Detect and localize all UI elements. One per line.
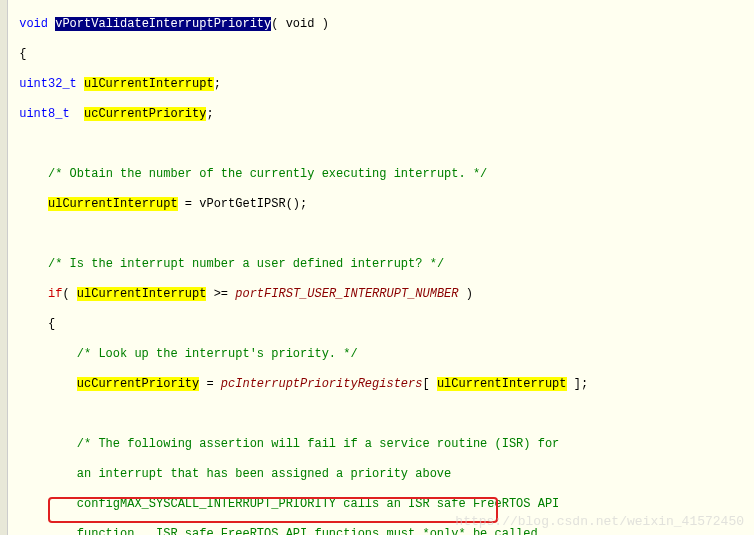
code-line	[12, 407, 750, 422]
var-ref: ulCurrentInterrupt	[77, 287, 207, 301]
comment: an interrupt that has been assigned a pr…	[77, 467, 451, 481]
line-number-gutter	[0, 0, 8, 535]
comment: /* Obtain the number of the currently ex…	[48, 167, 487, 181]
array-name: pcInterruptPriorityRegisters	[221, 377, 423, 391]
code-line: configMAX_SYSCALL_INTERRUPT_PRIORITY cal…	[12, 497, 750, 512]
var-ref: ulCurrentInterrupt	[48, 197, 178, 211]
type-uint32: uint32_t	[19, 77, 77, 91]
code-line: {	[12, 47, 750, 62]
code-line: /* Look up the interrupt's priority. */	[12, 347, 750, 362]
code-line: uint32_t ulCurrentInterrupt;	[12, 77, 750, 92]
comment: /* Look up the interrupt's priority. */	[77, 347, 358, 361]
keyword-if: if	[48, 287, 62, 301]
var-ref: ulCurrentInterrupt	[437, 377, 567, 391]
comment: /* Is the interrupt number a user define…	[48, 257, 444, 271]
var-ulCurrentInterrupt: ulCurrentInterrupt	[84, 77, 214, 91]
var-ucCurrentPriority: ucCurrentPriority	[84, 107, 206, 121]
code-line: /* The following assertion will fail if …	[12, 437, 750, 452]
params: ( void )	[271, 17, 329, 31]
code-line: void vPortValidateInterruptPriority( voi…	[12, 17, 750, 32]
code-line: ucCurrentPriority = pcInterruptPriorityR…	[12, 377, 750, 392]
comment: configMAX_SYSCALL_INTERRUPT_PRIORITY cal…	[77, 497, 559, 511]
code-line: uint8_t ucCurrentPriority;	[12, 107, 750, 122]
code-line: if( ulCurrentInterrupt >= portFIRST_USER…	[12, 287, 750, 302]
constant: portFIRST_USER_INTERRUPT_NUMBER	[235, 287, 458, 301]
var-ref: ucCurrentPriority	[77, 377, 199, 391]
code-line: /* Obtain the number of the currently ex…	[12, 167, 750, 182]
code-line: ulCurrentInterrupt = vPortGetIPSR();	[12, 197, 750, 212]
code-editor: void vPortValidateInterruptPriority( voi…	[0, 0, 754, 535]
code-line: an interrupt that has been assigned a pr…	[12, 467, 750, 482]
comment: /* The following assertion will fail if …	[77, 437, 559, 451]
code-line	[12, 137, 750, 152]
type-uint8: uint8_t	[19, 107, 69, 121]
code-line: /* Is the interrupt number a user define…	[12, 257, 750, 272]
code-line	[12, 227, 750, 242]
code-area[interactable]: void vPortValidateInterruptPriority( voi…	[8, 0, 754, 535]
function-name-selected: vPortValidateInterruptPriority	[55, 17, 271, 31]
keyword-void: void	[19, 17, 48, 31]
watermark-text: https://blog.csdn.net/weixin_41572450	[455, 514, 744, 529]
code-line: {	[12, 317, 750, 332]
